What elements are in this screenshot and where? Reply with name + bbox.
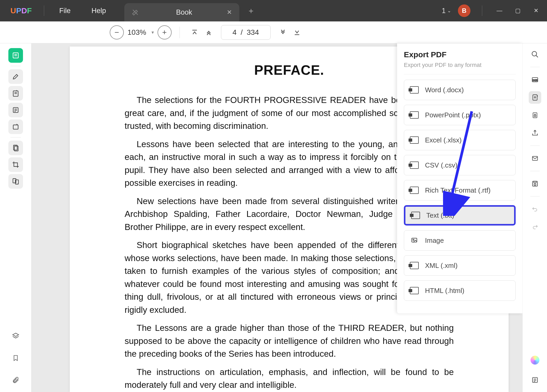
redo-button[interactable] (529, 221, 541, 233)
separator (530, 196, 540, 197)
separator (530, 146, 540, 146)
minimize-button[interactable]: — (494, 5, 505, 16)
titlebar-right: 1⌄ B — ▢ ✕ (442, 4, 542, 17)
menu-file[interactable]: File (49, 7, 81, 15)
export-xml[interactable]: XML (.xml) (404, 255, 516, 276)
csv-icon (410, 161, 419, 170)
next-page-button[interactable] (276, 25, 290, 39)
first-page-button[interactable] (188, 25, 202, 39)
left-rail-bottom (8, 329, 23, 387)
svg-point-21 (532, 51, 537, 56)
export-powerpoint[interactable]: PowerPoint (.pptx) (404, 105, 516, 125)
document-tab[interactable]: Book ✕ (124, 3, 239, 21)
separator (10, 137, 21, 137)
zoom-out-button[interactable]: − (110, 25, 124, 39)
reader-mode-button[interactable] (8, 48, 23, 63)
attachment-button[interactable] (8, 373, 23, 387)
close-window-button[interactable]: ✕ (530, 5, 542, 16)
export-rtf[interactable]: Rich Text Format (.rtf) (404, 180, 516, 200)
user-avatar[interactable]: B (458, 4, 470, 17)
right-rail-bottom (529, 354, 541, 386)
crop-tool[interactable] (8, 157, 23, 172)
right-sidebar: OCR (522, 43, 547, 392)
edit-disabled-icon (132, 9, 139, 16)
fill-sign-tool[interactable] (8, 119, 23, 134)
highlight-tool[interactable] (8, 69, 23, 84)
html-icon (410, 286, 419, 295)
main-body: PREFACE. The selections for the FOURTH P… (0, 43, 547, 392)
export-text[interactable]: Text (.txt) (404, 205, 516, 226)
export-word[interactable]: Word (.docx) (404, 80, 516, 100)
save-button[interactable] (529, 177, 541, 190)
separator (482, 5, 482, 16)
paragraph: The instructions on articulation, emphas… (125, 366, 454, 391)
svg-marker-18 (13, 333, 19, 337)
comment-tool[interactable] (8, 86, 23, 101)
paragraph: The Lessons are a grade higher than thos… (125, 321, 454, 360)
prev-page-button[interactable] (202, 25, 216, 39)
layers-button[interactable] (8, 329, 23, 343)
word-icon (410, 85, 419, 94)
maximize-button[interactable]: ▢ (512, 5, 523, 16)
export-excel[interactable]: Excel (.xlsx) (404, 130, 516, 150)
separator (44, 5, 44, 16)
tab-title: Book (162, 8, 206, 16)
svg-text:OCR: OCR (532, 79, 538, 82)
new-tab-button[interactable]: ＋ (247, 5, 255, 16)
export-pdf-panel: Export PDF Export your PDF to any format… (397, 43, 522, 313)
svg-rect-30 (534, 181, 536, 183)
zoom-level[interactable]: 103%▾ (127, 28, 154, 37)
powerpoint-icon (410, 111, 419, 119)
export-image[interactable]: Image (404, 230, 516, 251)
separator (530, 67, 540, 67)
separator (530, 171, 540, 171)
export-html[interactable]: HTML (.html) (404, 280, 516, 301)
email-button[interactable] (529, 152, 541, 165)
app-logo: UPDF (10, 6, 32, 15)
ai-icon (531, 356, 539, 365)
separator (404, 74, 516, 74)
page-organize-tool[interactable] (8, 141, 23, 155)
ai-assistant-button[interactable] (529, 354, 541, 366)
search-button[interactable] (529, 48, 541, 61)
svg-point-31 (534, 184, 536, 186)
txt-icon (411, 211, 420, 220)
svg-rect-13 (13, 125, 18, 129)
panel-subtitle: Export your PDF to any format (404, 62, 516, 68)
export-csv[interactable]: CSV (.csv) (404, 155, 516, 175)
bookmark-button[interactable] (8, 351, 23, 365)
svg-point-20 (413, 239, 414, 240)
left-sidebar (0, 43, 31, 392)
separator (10, 66, 21, 66)
toolbar: − 103%▾ + (0, 21, 547, 43)
xml-icon (410, 261, 419, 270)
rtf-icon (410, 186, 419, 195)
last-page-button[interactable] (290, 25, 304, 39)
titlebar: UPDF File Help Book ✕ ＋ 1⌄ B — ▢ ✕ (0, 0, 547, 21)
panel-title: Export PDF (404, 50, 516, 59)
image-icon (410, 236, 419, 245)
notification-count[interactable]: 1⌄ (442, 7, 451, 15)
page-number-input[interactable] (221, 25, 271, 40)
separator (179, 27, 180, 38)
notes-panel-button[interactable] (529, 374, 541, 386)
tab-close-button[interactable]: ✕ (227, 9, 232, 16)
text-tool[interactable] (8, 103, 23, 117)
menu-help[interactable]: Help (81, 7, 117, 15)
undo-button[interactable] (529, 203, 541, 215)
share-button[interactable] (529, 127, 541, 139)
chevron-down-icon: ▾ (152, 30, 154, 35)
ocr-button[interactable]: OCR (529, 73, 541, 86)
compare-tool[interactable] (8, 174, 23, 189)
protect-button[interactable] (529, 109, 541, 122)
svg-line-22 (536, 55, 538, 57)
export-button[interactable] (529, 91, 541, 104)
svg-rect-27 (534, 115, 536, 117)
zoom-in-button[interactable]: + (158, 25, 172, 39)
excel-icon (410, 136, 419, 145)
